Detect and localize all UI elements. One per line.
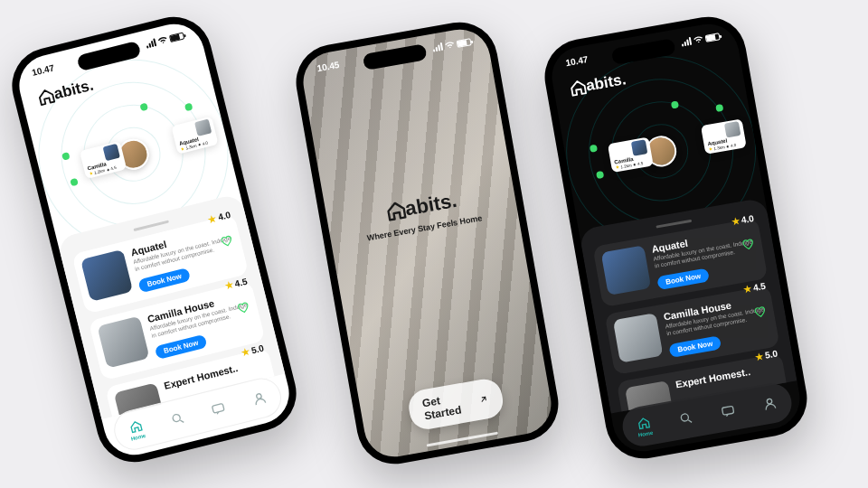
listing-thumb [601, 245, 652, 296]
wifi-icon [693, 34, 704, 44]
svg-rect-4 [722, 406, 734, 415]
home-indicator [426, 432, 497, 447]
battery-icon [705, 33, 721, 42]
wifi-icon [444, 40, 456, 50]
heart-icon[interactable] [741, 237, 755, 251]
rating-badge: ★4.0 [731, 213, 754, 227]
book-now-button[interactable]: Book Now [656, 267, 710, 290]
get-started-button[interactable]: Get Started [406, 377, 506, 432]
search-icon [169, 410, 186, 427]
search-icon [678, 410, 695, 427]
listing-thumb [80, 249, 133, 302]
tab-profile[interactable] [250, 389, 268, 407]
svg-rect-1 [212, 403, 225, 413]
drag-handle[interactable] [656, 220, 692, 229]
battery-icon [457, 38, 472, 48]
tab-search[interactable] [678, 410, 695, 427]
home-icon [636, 415, 653, 432]
status-time: 10.45 [316, 60, 341, 73]
listing-thumb [613, 313, 664, 363]
listings-sheet[interactable]: Aquatel Affordable luxury on the coast. … [579, 197, 797, 413]
svg-point-3 [681, 413, 689, 421]
splash-hero: abits. Where Every Stay Feels Home [326, 178, 518, 249]
book-now-button[interactable]: Book Now [668, 335, 722, 358]
tab-home[interactable]: Home [127, 418, 146, 441]
chat-icon [720, 403, 737, 420]
svg-point-0 [172, 414, 181, 423]
tab-messages[interactable] [720, 403, 737, 420]
phone-mockup-light: 10.47 abits. Camill [4, 9, 304, 470]
svg-point-5 [767, 399, 772, 404]
signal-icon [681, 37, 692, 47]
tab-search[interactable] [169, 410, 186, 427]
drag-handle[interactable] [133, 221, 169, 232]
dynamic-island [362, 43, 427, 70]
phone-mockup-splash: 10.45 abits. Where Every Stay Feels Home… [290, 16, 564, 470]
phone-mockup-dark: 10.47 abits. Camill [539, 11, 813, 465]
signal-icon [145, 38, 156, 48]
heart-icon[interactable] [753, 305, 768, 319]
svg-point-2 [256, 393, 261, 399]
rating-badge: ★4.5 [742, 281, 766, 295]
tab-messages[interactable] [210, 400, 227, 418]
rating-badge: ★5.0 [754, 348, 778, 361]
chat-icon [210, 400, 227, 418]
tab-home[interactable]: Home [635, 414, 653, 437]
tab-profile[interactable] [762, 395, 779, 412]
user-icon [762, 395, 779, 412]
user-icon [250, 389, 268, 407]
listing-thumb [97, 315, 149, 368]
wifi-icon [156, 35, 169, 46]
arrow-up-right-icon [477, 393, 488, 406]
battery-icon [169, 32, 184, 42]
signal-icon [432, 42, 443, 52]
